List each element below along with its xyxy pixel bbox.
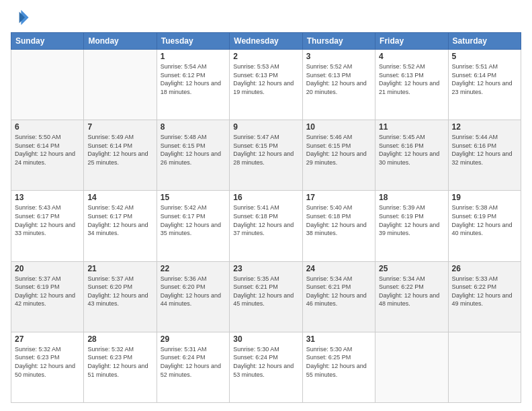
day-number: 10 — [306, 122, 371, 132]
logo — [11, 8, 32, 27]
day-info: Sunrise: 5:42 AM Sunset: 6:17 PM Dayligh… — [87, 203, 152, 237]
day-info: Sunrise: 5:32 AM Sunset: 6:23 PM Dayligh… — [15, 345, 80, 379]
calendar-cell: 7Sunrise: 5:49 AM Sunset: 6:14 PM Daylig… — [84, 120, 157, 191]
day-number: 1 — [161, 52, 226, 61]
day-info: Sunrise: 5:52 AM Sunset: 6:13 PM Dayligh… — [306, 62, 371, 96]
weekday-header-wednesday: Wednesday — [230, 33, 302, 50]
day-number: 23 — [233, 264, 298, 273]
day-number: 11 — [379, 122, 444, 132]
logo-icon — [11, 8, 30, 27]
weekday-header-sunday: Sunday — [11, 33, 84, 50]
day-number: 2 — [233, 52, 298, 61]
calendar-cell: 18Sunrise: 5:39 AM Sunset: 6:19 PM Dayli… — [375, 191, 448, 261]
day-info: Sunrise: 5:48 AM Sunset: 6:15 PM Dayligh… — [161, 133, 226, 167]
calendar-cell: 12Sunrise: 5:44 AM Sunset: 6:16 PM Dayli… — [448, 120, 521, 191]
day-number: 24 — [306, 264, 371, 273]
calendar-cell: 13Sunrise: 5:43 AM Sunset: 6:17 PM Dayli… — [11, 191, 84, 261]
day-info: Sunrise: 5:32 AM Sunset: 6:23 PM Dayligh… — [87, 345, 152, 379]
weekday-header-tuesday: Tuesday — [157, 33, 229, 50]
calendar-cell: 24Sunrise: 5:34 AM Sunset: 6:21 PM Dayli… — [302, 261, 375, 332]
calendar-week-row: 13Sunrise: 5:43 AM Sunset: 6:17 PM Dayli… — [11, 191, 521, 261]
day-info: Sunrise: 5:30 AM Sunset: 6:24 PM Dayligh… — [233, 345, 298, 379]
calendar-cell: 6Sunrise: 5:50 AM Sunset: 6:14 PM Daylig… — [11, 120, 84, 191]
day-info: Sunrise: 5:34 AM Sunset: 6:22 PM Dayligh… — [379, 275, 444, 308]
calendar-cell: 14Sunrise: 5:42 AM Sunset: 6:17 PM Dayli… — [84, 191, 157, 261]
calendar-cell: 29Sunrise: 5:31 AM Sunset: 6:24 PM Dayli… — [157, 332, 229, 402]
day-info: Sunrise: 5:42 AM Sunset: 6:17 PM Dayligh… — [161, 203, 226, 237]
calendar-cell: 9Sunrise: 5:47 AM Sunset: 6:15 PM Daylig… — [230, 120, 302, 191]
calendar-cell: 21Sunrise: 5:37 AM Sunset: 6:20 PM Dayli… — [84, 261, 157, 332]
day-number: 8 — [161, 122, 226, 132]
day-number: 3 — [306, 52, 371, 61]
calendar-cell: 26Sunrise: 5:33 AM Sunset: 6:22 PM Dayli… — [448, 261, 521, 332]
day-info: Sunrise: 5:54 AM Sunset: 6:12 PM Dayligh… — [161, 62, 226, 96]
calendar-cell: 10Sunrise: 5:46 AM Sunset: 6:15 PM Dayli… — [302, 120, 375, 191]
day-info: Sunrise: 5:41 AM Sunset: 6:18 PM Dayligh… — [233, 203, 298, 237]
day-info: Sunrise: 5:47 AM Sunset: 6:15 PM Dayligh… — [233, 133, 298, 167]
day-info: Sunrise: 5:40 AM Sunset: 6:18 PM Dayligh… — [306, 203, 371, 237]
calendar-cell: 5Sunrise: 5:51 AM Sunset: 6:14 PM Daylig… — [448, 50, 521, 120]
day-info: Sunrise: 5:52 AM Sunset: 6:13 PM Dayligh… — [379, 62, 444, 96]
day-info: Sunrise: 5:37 AM Sunset: 6:20 PM Dayligh… — [87, 275, 152, 308]
day-number: 27 — [15, 334, 80, 344]
day-number: 28 — [87, 334, 152, 344]
calendar-cell — [375, 332, 448, 402]
calendar-cell: 27Sunrise: 5:32 AM Sunset: 6:23 PM Dayli… — [11, 332, 84, 402]
day-info: Sunrise: 5:37 AM Sunset: 6:19 PM Dayligh… — [15, 275, 80, 308]
calendar-cell — [11, 50, 84, 120]
calendar-cell — [448, 332, 521, 402]
day-info: Sunrise: 5:50 AM Sunset: 6:14 PM Dayligh… — [15, 133, 80, 167]
day-number: 9 — [233, 122, 298, 132]
day-number: 19 — [452, 193, 517, 202]
calendar-cell: 11Sunrise: 5:45 AM Sunset: 6:16 PM Dayli… — [375, 120, 448, 191]
calendar-cell: 8Sunrise: 5:48 AM Sunset: 6:15 PM Daylig… — [157, 120, 229, 191]
calendar-cell: 28Sunrise: 5:32 AM Sunset: 6:23 PM Dayli… — [84, 332, 157, 402]
day-info: Sunrise: 5:49 AM Sunset: 6:14 PM Dayligh… — [87, 133, 152, 167]
day-info: Sunrise: 5:33 AM Sunset: 6:22 PM Dayligh… — [452, 275, 517, 308]
day-info: Sunrise: 5:30 AM Sunset: 6:25 PM Dayligh… — [306, 345, 371, 379]
calendar-cell: 17Sunrise: 5:40 AM Sunset: 6:18 PM Dayli… — [302, 191, 375, 261]
day-number: 17 — [306, 193, 371, 202]
calendar-week-row: 20Sunrise: 5:37 AM Sunset: 6:19 PM Dayli… — [11, 261, 521, 332]
calendar-cell: 22Sunrise: 5:36 AM Sunset: 6:20 PM Dayli… — [157, 261, 229, 332]
calendar-table: SundayMondayTuesdayWednesdayThursdayFrid… — [11, 32, 521, 403]
calendar-cell — [84, 50, 157, 120]
day-number: 20 — [15, 264, 80, 273]
calendar-header-row: SundayMondayTuesdayWednesdayThursdayFrid… — [11, 33, 521, 50]
calendar-cell: 2Sunrise: 5:53 AM Sunset: 6:13 PM Daylig… — [230, 50, 302, 120]
day-number: 13 — [15, 193, 80, 202]
day-number: 6 — [15, 122, 80, 132]
day-number: 5 — [452, 52, 517, 61]
day-number: 21 — [87, 264, 152, 273]
day-info: Sunrise: 5:36 AM Sunset: 6:20 PM Dayligh… — [161, 275, 226, 308]
day-info: Sunrise: 5:31 AM Sunset: 6:24 PM Dayligh… — [161, 345, 226, 379]
day-number: 26 — [452, 264, 517, 273]
calendar-week-row: 1Sunrise: 5:54 AM Sunset: 6:12 PM Daylig… — [11, 50, 521, 120]
day-info: Sunrise: 5:46 AM Sunset: 6:15 PM Dayligh… — [306, 133, 371, 167]
day-number: 18 — [379, 193, 444, 202]
day-number: 4 — [379, 52, 444, 61]
day-info: Sunrise: 5:39 AM Sunset: 6:19 PM Dayligh… — [379, 203, 444, 237]
day-number: 15 — [161, 193, 226, 202]
weekday-header-thursday: Thursday — [302, 33, 375, 50]
weekday-header-friday: Friday — [375, 33, 448, 50]
calendar-cell: 23Sunrise: 5:35 AM Sunset: 6:21 PM Dayli… — [230, 261, 302, 332]
day-number: 31 — [306, 334, 371, 344]
day-info: Sunrise: 5:45 AM Sunset: 6:16 PM Dayligh… — [379, 133, 444, 167]
page: SundayMondayTuesdayWednesdayThursdayFrid… — [0, 0, 532, 411]
weekday-header-saturday: Saturday — [448, 33, 521, 50]
day-info: Sunrise: 5:34 AM Sunset: 6:21 PM Dayligh… — [306, 275, 371, 308]
calendar-cell: 20Sunrise: 5:37 AM Sunset: 6:19 PM Dayli… — [11, 261, 84, 332]
day-number: 29 — [161, 334, 226, 344]
calendar-cell: 31Sunrise: 5:30 AM Sunset: 6:25 PM Dayli… — [302, 332, 375, 402]
calendar-week-row: 27Sunrise: 5:32 AM Sunset: 6:23 PM Dayli… — [11, 332, 521, 402]
day-number: 7 — [87, 122, 152, 132]
day-info: Sunrise: 5:43 AM Sunset: 6:17 PM Dayligh… — [15, 203, 80, 237]
calendar-cell: 15Sunrise: 5:42 AM Sunset: 6:17 PM Dayli… — [157, 191, 229, 261]
day-number: 25 — [379, 264, 444, 273]
day-number: 14 — [87, 193, 152, 202]
calendar-cell: 16Sunrise: 5:41 AM Sunset: 6:18 PM Dayli… — [230, 191, 302, 261]
day-number: 22 — [161, 264, 226, 273]
calendar-cell: 3Sunrise: 5:52 AM Sunset: 6:13 PM Daylig… — [302, 50, 375, 120]
calendar-cell: 19Sunrise: 5:38 AM Sunset: 6:19 PM Dayli… — [448, 191, 521, 261]
